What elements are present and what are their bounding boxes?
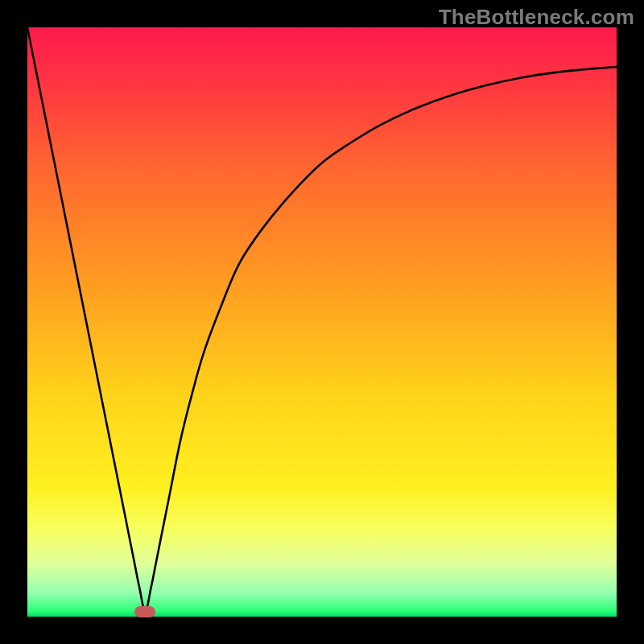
optimal-marker: [134, 606, 155, 617]
plot-area: [27, 27, 617, 617]
watermark-text: TheBottleneck.com: [439, 5, 634, 30]
bottleneck-curve: [27, 27, 617, 617]
chart-frame: TheBottleneck.com: [0, 0, 644, 644]
